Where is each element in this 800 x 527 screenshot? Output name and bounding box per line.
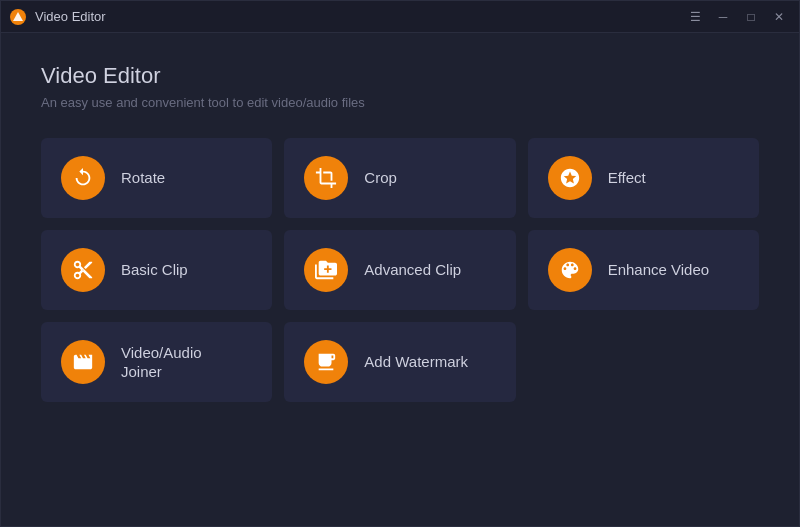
video-audio-joiner-label: Video/Audio Joiner — [121, 343, 202, 382]
add-watermark-label: Add Watermark — [364, 352, 468, 372]
effect-label: Effect — [608, 168, 646, 188]
crop-label: Crop — [364, 168, 397, 188]
card-video-audio-joiner[interactable]: Video/Audio Joiner — [41, 322, 272, 402]
title-bar: Video Editor ☰ ─ □ ✕ — [1, 1, 799, 33]
advanced-clip-icon — [304, 248, 348, 292]
card-enhance-video[interactable]: Enhance Video — [528, 230, 759, 310]
main-content: Video Editor An easy use and convenient … — [1, 33, 799, 526]
advanced-clip-label: Advanced Clip — [364, 260, 461, 280]
window-controls: ☰ ─ □ ✕ — [683, 7, 791, 27]
crop-icon — [304, 156, 348, 200]
window-title: Video Editor — [35, 9, 683, 24]
card-rotate[interactable]: Rotate — [41, 138, 272, 218]
watermark-icon — [304, 340, 348, 384]
page-subtitle: An easy use and convenient tool to edit … — [41, 95, 759, 110]
rotate-label: Rotate — [121, 168, 165, 188]
card-crop[interactable]: Crop — [284, 138, 515, 218]
minimize-button[interactable]: ─ — [711, 7, 735, 27]
feature-grid: Rotate Crop Effect — [41, 138, 759, 402]
card-empty — [528, 322, 759, 402]
palette-icon — [548, 248, 592, 292]
maximize-button[interactable]: □ — [739, 7, 763, 27]
card-effect[interactable]: Effect — [528, 138, 759, 218]
menu-button[interactable]: ☰ — [683, 7, 707, 27]
effect-icon — [548, 156, 592, 200]
page-title: Video Editor — [41, 63, 759, 89]
close-button[interactable]: ✕ — [767, 7, 791, 27]
card-basic-clip[interactable]: Basic Clip — [41, 230, 272, 310]
scissors-icon — [61, 248, 105, 292]
app-icon — [9, 8, 27, 26]
enhance-video-label: Enhance Video — [608, 260, 709, 280]
card-add-watermark[interactable]: Add Watermark — [284, 322, 515, 402]
film-icon — [61, 340, 105, 384]
rotate-icon — [61, 156, 105, 200]
basic-clip-label: Basic Clip — [121, 260, 188, 280]
card-advanced-clip[interactable]: Advanced Clip — [284, 230, 515, 310]
main-window: Video Editor ☰ ─ □ ✕ Video Editor An eas… — [0, 0, 800, 527]
